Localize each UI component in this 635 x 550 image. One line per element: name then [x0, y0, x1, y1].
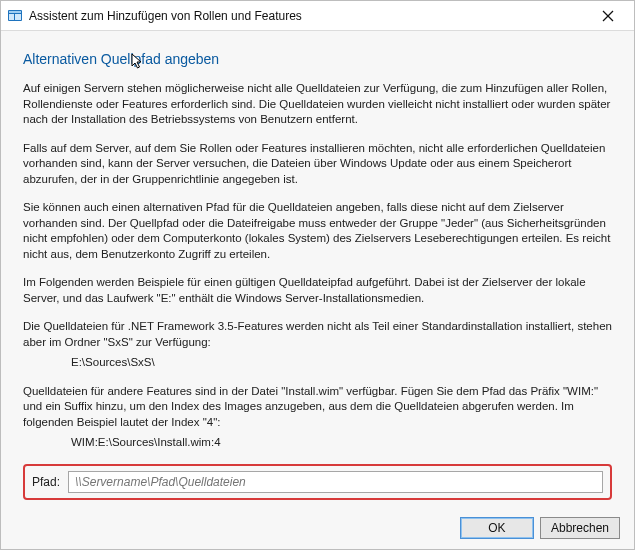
app-icon — [7, 8, 23, 24]
example-path-sxs: E:\Sources\SxS\ — [23, 355, 612, 371]
path-label: Pfad: — [32, 475, 60, 489]
paragraph-3: Sie können auch einen alternativen Pfad … — [23, 200, 612, 262]
paragraph-2: Falls auf dem Server, auf dem Sie Rollen… — [23, 141, 612, 188]
svg-rect-3 — [15, 14, 21, 20]
paragraph-4: Im Folgenden werden Beispiele für einen … — [23, 275, 612, 306]
window-title: Assistent zum Hinzufügen von Rollen und … — [29, 9, 588, 23]
page-heading: Alternativen Quellpfad angeben — [23, 51, 612, 67]
path-input[interactable] — [68, 471, 603, 493]
ok-button[interactable]: OK — [460, 517, 534, 539]
svg-rect-2 — [9, 14, 14, 20]
heading-text: Alternativen Quellpfad angeben — [23, 51, 219, 67]
paragraph-5: Die Quelldateien für .NET Framework 3.5-… — [23, 319, 612, 350]
svg-rect-1 — [9, 11, 21, 13]
dialog-footer: OK Abbrechen — [460, 517, 620, 539]
path-input-row: Pfad: — [23, 464, 612, 500]
example-path-wim: WIM:E:\Sources\Install.wim:4 — [23, 435, 612, 451]
cancel-button[interactable]: Abbrechen — [540, 517, 620, 539]
dialog-content: Alternativen Quellpfad angeben Auf einig… — [1, 31, 634, 500]
close-button[interactable] — [588, 2, 628, 30]
title-bar: Assistent zum Hinzufügen von Rollen und … — [1, 1, 634, 31]
paragraph-1: Auf einigen Servern stehen möglicherweis… — [23, 81, 612, 128]
paragraph-6: Quelldateien für andere Features sind in… — [23, 384, 612, 431]
close-icon — [602, 10, 614, 22]
